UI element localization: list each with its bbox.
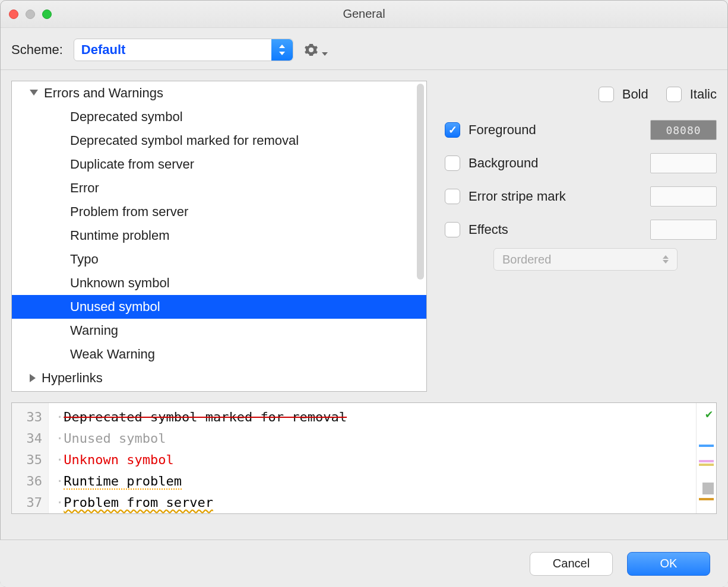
window-title: General	[1, 7, 727, 21]
scheme-value: Default	[81, 42, 126, 58]
tree-category-errors-warnings[interactable]: Errors and Warnings	[12, 81, 426, 105]
line-number: 37	[12, 492, 42, 513]
tree-item-label: Warning	[70, 323, 118, 338]
ok-button[interactable]: OK	[627, 552, 710, 576]
minimize-window-button[interactable]	[26, 9, 35, 19]
preview-panel: 33 34 35 36 37 ·Deprecated symbol marked…	[11, 402, 717, 514]
error-stripe-label: Error stripe mark	[469, 189, 566, 204]
zoom-window-button[interactable]	[42, 9, 52, 19]
categories-tree: Errors and Warnings Deprecated symbol De…	[11, 81, 427, 392]
button-label: Cancel	[553, 557, 590, 570]
tree-category-hyperlinks[interactable]: Hyperlinks	[12, 366, 426, 390]
gear-icon	[304, 42, 321, 58]
tree-item-typo[interactable]: Typo	[12, 248, 426, 271]
gutter: 33 34 35 36 37	[12, 403, 49, 513]
whitespace-dot: ·	[56, 431, 64, 446]
updown-stepper-icon	[663, 255, 669, 264]
foreground-color-swatch[interactable]: 08080	[650, 120, 717, 140]
line-number: 33	[12, 407, 42, 428]
preview-line: Problem from server	[64, 495, 213, 510]
tree-item-warning[interactable]: Warning	[12, 319, 426, 342]
effects-type-value: Bordered	[502, 253, 551, 266]
whitespace-dot: ·	[56, 452, 64, 467]
tree-item-runtime-problem[interactable]: Runtime problem	[12, 224, 426, 248]
tree-item-label: Deprecated symbol	[70, 109, 183, 125]
scheme-label: Scheme:	[11, 42, 63, 58]
effects-checkbox[interactable]	[445, 222, 460, 237]
dropdown-stepper-icon	[271, 39, 293, 61]
tree-item-label: Weak Warning	[70, 347, 155, 362]
italic-label: Italic	[690, 87, 717, 102]
effects-label: Effects	[469, 222, 508, 237]
tree-scroll[interactable]: Errors and Warnings Deprecated symbol De…	[12, 81, 426, 391]
options-panel: Bold Italic Foreground 08080 Background …	[445, 81, 717, 392]
tree-item-label: Deprecated symbol marked for removal	[70, 133, 299, 148]
stripe-mark[interactable]	[699, 445, 714, 447]
tree-item-label: Unknown symbol	[70, 275, 170, 291]
error-stripe-checkbox[interactable]	[445, 189, 460, 204]
whitespace-dot: ·	[56, 495, 64, 510]
background-label: Background	[469, 156, 538, 171]
stripe-mark[interactable]	[699, 460, 714, 462]
preview-line: Unknown symbol	[64, 452, 173, 467]
error-stripe[interactable]: ✔	[696, 403, 716, 513]
preview-line: Deprecated symbol marked for removal	[64, 410, 347, 424]
cancel-button[interactable]: Cancel	[530, 552, 613, 576]
code-preview[interactable]: ·Deprecated symbol marked for removal ·U…	[49, 403, 696, 513]
scheme-select[interactable]: Default	[74, 39, 293, 61]
line-number: 36	[12, 471, 42, 492]
italic-checkbox[interactable]	[666, 87, 682, 102]
chevron-down-icon	[322, 52, 328, 56]
tree-item-duplicate-server[interactable]: Duplicate from server	[12, 153, 426, 176]
tree-item-error[interactable]: Error	[12, 176, 426, 200]
scrollbar-thumb[interactable]	[417, 84, 424, 280]
whitespace-dot: ·	[56, 474, 64, 488]
button-label: OK	[660, 557, 678, 570]
disclosure-triangle-icon	[30, 90, 38, 96]
background-checkbox[interactable]	[445, 156, 460, 171]
foreground-checkbox[interactable]	[445, 122, 460, 138]
scheme-actions-button[interactable]	[304, 42, 328, 58]
main-area: Errors and Warnings Deprecated symbol De…	[1, 70, 727, 402]
inspection-ok-icon: ✔	[705, 407, 713, 421]
stripe-mark[interactable]	[699, 464, 714, 466]
foreground-label: Foreground	[469, 122, 536, 138]
line-number: 35	[12, 449, 42, 471]
tree-category-label: Hyperlinks	[42, 370, 103, 386]
error-stripe-color-swatch[interactable]	[650, 186, 717, 207]
stripe-mark[interactable]	[699, 498, 714, 500]
tree-item-label: Runtime problem	[70, 228, 170, 243]
line-number: 34	[12, 428, 42, 449]
bold-checkbox[interactable]	[599, 87, 614, 102]
effects-type-select[interactable]: Bordered	[493, 248, 678, 271]
tree-item-weak-warning[interactable]: Weak Warning	[12, 342, 426, 366]
disclosure-triangle-icon	[30, 374, 36, 382]
preview-line: Runtime problem	[64, 474, 182, 490]
bold-label: Bold	[622, 87, 648, 102]
stripe-scroll-thumb[interactable]	[702, 483, 714, 494]
effects-color-swatch[interactable]	[650, 220, 717, 240]
tree-item-label: Duplicate from server	[70, 157, 194, 172]
tree-item-label: Typo	[70, 252, 99, 267]
titlebar: General	[1, 1, 727, 28]
tree-item-label: Unused symbol	[70, 299, 160, 315]
preview-line: Unused symbol	[64, 431, 166, 446]
scheme-row: Scheme: Default	[1, 28, 727, 70]
window-controls	[9, 9, 52, 19]
whitespace-dot: ·	[56, 410, 64, 424]
tree-item-deprecated-symbol[interactable]: Deprecated symbol	[12, 105, 426, 129]
background-color-swatch[interactable]	[650, 153, 717, 173]
close-window-button[interactable]	[9, 9, 18, 19]
dialog-footer: Cancel OK	[0, 540, 728, 587]
tree-category-label: Errors and Warnings	[44, 85, 163, 101]
tree-item-problem-server[interactable]: Problem from server	[12, 200, 426, 224]
tree-item-deprecated-removal[interactable]: Deprecated symbol marked for removal	[12, 129, 426, 153]
tree-item-unknown-symbol[interactable]: Unknown symbol	[12, 271, 426, 295]
tree-item-unused-symbol[interactable]: Unused symbol	[12, 295, 426, 319]
tree-item-label: Error	[70, 180, 99, 196]
tree-item-label: Problem from server	[70, 204, 188, 220]
